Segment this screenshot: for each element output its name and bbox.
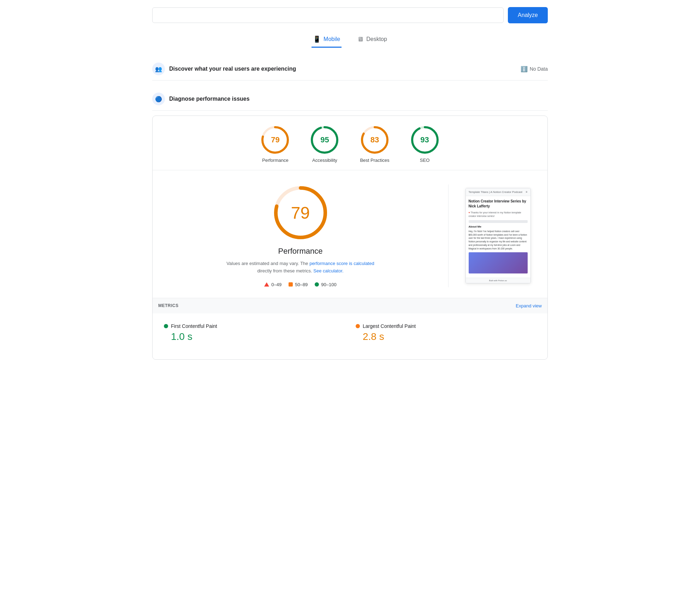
real-users-title: Discover what your real users are experi… <box>169 66 296 72</box>
tab-desktop[interactable]: 🖥 Desktop <box>356 32 388 48</box>
screenshot-body: Notion Creator Interview Series by Nick … <box>466 196 530 278</box>
tab-mobile[interactable]: 📱 Mobile <box>312 32 342 48</box>
best-practices-score-label: Best Practices <box>360 158 389 163</box>
desktop-icon: 🖥 <box>357 36 363 43</box>
score-card-best-practices[interactable]: 83 Best Practices <box>360 126 389 163</box>
real-users-icon: 👥 <box>152 63 165 75</box>
performance-description: Values are estimated and may vary. The p… <box>226 260 375 275</box>
score-card-seo[interactable]: 93 SEO <box>411 126 439 163</box>
screenshot-about-text: Hey, I'm Nick! I've helped Notion creato… <box>469 230 528 251</box>
lcp-name: Largest Contentful Paint <box>363 323 416 329</box>
score-cards-row: 79 Performance 95 Accessibility <box>153 126 547 170</box>
no-data-area: ℹ️ No Data <box>521 66 548 72</box>
tabs-row: 📱 Mobile 🖥 Desktop <box>152 32 548 48</box>
accessibility-score-label: Accessibility <box>312 158 337 163</box>
metric-fcp-header: First Contentful Paint <box>164 323 344 329</box>
large-performance-score: 79 <box>291 203 310 223</box>
screenshot-header: Template Titans | A Notion Creator Podca… <box>466 188 530 196</box>
performance-detail-left: 79 Performance Values are estimated and … <box>167 184 434 287</box>
seo-score-number: 93 <box>420 135 429 145</box>
diagnose-section-header: 🔵 Diagnose performance issues <box>152 88 548 111</box>
legend-circle-icon <box>315 282 319 287</box>
fcp-status-dot <box>164 324 168 328</box>
legend-item-green: 90–100 <box>315 282 336 287</box>
lcp-status-dot <box>356 324 360 328</box>
screenshot-preview-area: Template Titans | A Notion Creator Podca… <box>463 184 533 287</box>
url-input[interactable]: https://templatetitans.addpotion.com/ <box>152 7 504 23</box>
url-bar-section: https://templatetitans.addpotion.com/ An… <box>152 7 548 23</box>
fcp-value: 1.0 s <box>164 331 344 342</box>
metric-lcp: Largest Contentful Paint 2.8 s <box>350 319 542 347</box>
info-icon: ℹ️ <box>521 66 528 72</box>
fcp-name: First Contentful Paint <box>171 323 217 329</box>
screenshot-preview: Template Titans | A Notion Creator Podca… <box>465 188 531 283</box>
screenshot-header-text: Template Titans | A Notion Creator Podca… <box>469 190 522 194</box>
metric-lcp-header: Largest Contentful Paint <box>356 323 536 329</box>
screenshot-image <box>469 252 528 273</box>
lcp-value: 2.8 s <box>356 331 536 342</box>
best-practices-score-number: 83 <box>370 135 379 145</box>
metric-fcp: First Contentful Paint 1.0 s <box>158 319 350 347</box>
legend-item-orange: 50–89 <box>289 282 308 287</box>
screenshot-title: Notion Creator Interview Series by Nick … <box>469 199 528 209</box>
performance-circle: 79 <box>261 126 289 154</box>
see-calculator-link[interactable]: See calculator. <box>313 268 343 273</box>
performance-divider <box>448 184 449 287</box>
metrics-header: METRICS Expand view <box>153 298 547 313</box>
diagnose-icon: 🔵 <box>152 93 165 105</box>
legend-orange-range: 50–89 <box>295 282 308 287</box>
seo-circle: 93 <box>411 126 439 154</box>
score-card-performance[interactable]: 79 Performance <box>261 126 289 163</box>
large-performance-circle: 79 <box>272 184 329 241</box>
real-users-section: 👥 Discover what your real users are expe… <box>152 58 548 81</box>
no-data-label: No Data <box>530 66 548 72</box>
performance-score-label: Performance <box>262 158 288 163</box>
analyze-button[interactable]: Analyze <box>508 7 548 23</box>
tab-mobile-label: Mobile <box>324 36 340 42</box>
score-cards-container: 79 Performance 95 Accessibility <box>152 116 548 360</box>
mobile-icon: 📱 <box>313 35 321 43</box>
metrics-label: METRICS <box>158 303 179 308</box>
screenshot-footer: Built with Potion.so <box>466 278 530 283</box>
performance-detail-section: 79 Performance Values are estimated and … <box>153 170 547 298</box>
accessibility-circle: 95 <box>310 126 339 154</box>
tab-desktop-label: Desktop <box>366 36 387 42</box>
diagnose-title: Diagnose performance issues <box>169 96 250 102</box>
legend-green-range: 90–100 <box>321 282 336 287</box>
menu-icon: ≡ <box>526 190 528 194</box>
legend-triangle-icon <box>264 282 269 287</box>
score-legend: 0–49 50–89 90–100 <box>264 282 336 287</box>
diagnose-header: 🔵 Diagnose performance issues <box>152 88 548 111</box>
legend-item-red: 0–49 <box>264 282 281 287</box>
performance-score-link[interactable]: performance score is calculated <box>309 261 374 266</box>
legend-square-icon <box>289 282 293 287</box>
screenshot-about-title: About Me <box>469 225 528 228</box>
metrics-grid: First Contentful Paint 1.0 s Largest Con… <box>153 313 547 352</box>
screenshot-heart-text: ♥ Thanks for your interest in my Notion … <box>469 211 528 218</box>
performance-detail-title: Performance <box>278 247 323 256</box>
performance-score-number: 79 <box>271 135 279 145</box>
expand-view-button[interactable]: Expand view <box>516 303 542 308</box>
seo-score-label: SEO <box>420 158 429 163</box>
best-practices-circle: 83 <box>361 126 389 154</box>
score-card-accessibility[interactable]: 95 Accessibility <box>310 126 339 163</box>
legend-red-range: 0–49 <box>271 282 281 287</box>
accessibility-score-number: 95 <box>320 135 329 145</box>
